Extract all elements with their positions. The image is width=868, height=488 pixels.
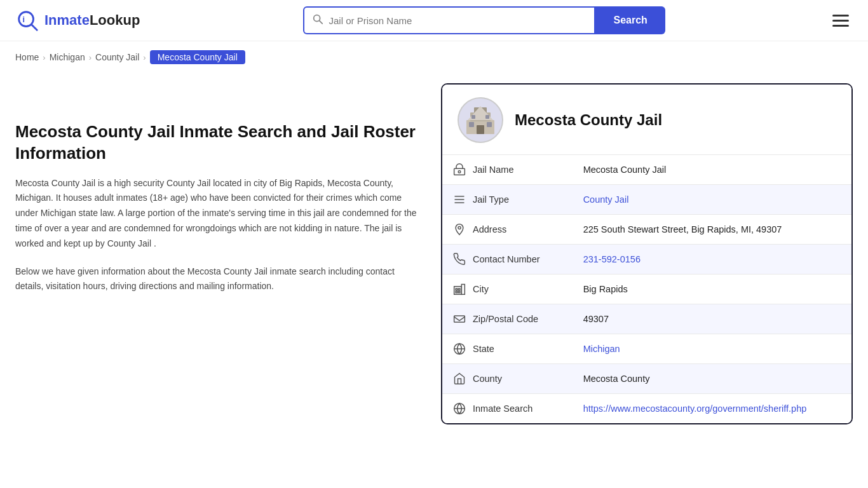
row-label-cell: Address bbox=[442, 215, 557, 244]
jail-card-header: Mecosta County Jail bbox=[442, 85, 851, 154]
logo[interactable]: i InmateLookup bbox=[15, 8, 140, 32]
row-label: Contact Number bbox=[473, 254, 540, 264]
city-icon bbox=[452, 283, 466, 295]
location-icon bbox=[452, 223, 466, 236]
search-icon bbox=[312, 13, 323, 27]
row-value-link[interactable]: Michigan bbox=[583, 344, 620, 354]
jail-card-title: Mecosta County Jail bbox=[515, 111, 662, 129]
row-value-cell: 225 South Stewart Street, Big Rapids, MI… bbox=[573, 215, 851, 245]
svg-line-1 bbox=[32, 25, 37, 30]
row-label-cell: Jail Type bbox=[442, 185, 557, 214]
svg-rect-10 bbox=[469, 122, 474, 127]
table-row: StateMichigan bbox=[442, 334, 851, 364]
svg-rect-26 bbox=[458, 291, 460, 293]
table-row: Jail NameMecosta County Jail bbox=[442, 155, 851, 185]
breadcrumb-sep2: › bbox=[89, 53, 92, 62]
row-label: Jail Type bbox=[473, 194, 509, 205]
row-label: City bbox=[473, 284, 489, 294]
svg-rect-22 bbox=[461, 285, 465, 295]
breadcrumb-home[interactable]: Home bbox=[15, 52, 39, 62]
svg-rect-13 bbox=[485, 115, 489, 119]
table-row: Address225 South Stewart Street, Big Rap… bbox=[442, 215, 851, 245]
svg-point-20 bbox=[458, 226, 461, 229]
svg-text:i: i bbox=[22, 15, 24, 24]
row-value-link[interactable]: County Jail bbox=[583, 194, 629, 205]
logo-text: InmateLookup bbox=[44, 12, 140, 29]
page-title: Mecosta County Jail Inmate Search and Ja… bbox=[15, 121, 422, 165]
table-row: CountyMecosta County bbox=[442, 364, 851, 394]
svg-rect-25 bbox=[456, 291, 458, 293]
svg-rect-15 bbox=[458, 171, 460, 173]
table-row: Zip/Postal Code49307 bbox=[442, 304, 851, 334]
svg-rect-11 bbox=[487, 122, 492, 127]
phone-icon bbox=[452, 253, 466, 266]
breadcrumb-county-jail[interactable]: County Jail bbox=[95, 52, 139, 62]
jail-icon bbox=[452, 163, 466, 176]
main-content: Mecosta County Jail Inmate Search and Ja… bbox=[0, 71, 868, 450]
row-value-cell: Mecosta County bbox=[573, 364, 851, 394]
svg-rect-23 bbox=[456, 288, 458, 290]
logo-icon: i bbox=[15, 8, 39, 32]
hamburger-line3 bbox=[832, 25, 849, 27]
right-column: Mecosta County Jail Jail NameMecosta Cou… bbox=[441, 83, 853, 424]
row-label: County bbox=[473, 374, 502, 384]
row-label: Zip/Postal Code bbox=[473, 314, 538, 324]
row-value-cell: Mecosta County Jail bbox=[573, 155, 851, 185]
globe-icon bbox=[452, 342, 466, 355]
row-label-cell: Inmate Search bbox=[442, 394, 557, 423]
jail-avatar bbox=[458, 97, 503, 143]
globe2-icon bbox=[452, 402, 466, 415]
breadcrumb-michigan[interactable]: Michigan bbox=[50, 52, 85, 62]
page-description-2: Below we have given information about th… bbox=[15, 264, 422, 295]
row-label-cell: Jail Name bbox=[442, 155, 557, 184]
left-column: Mecosta County Jail Inmate Search and Ja… bbox=[15, 83, 422, 424]
breadcrumb-sep3: › bbox=[143, 53, 146, 62]
jail-building-icon bbox=[461, 101, 499, 139]
row-value-link[interactable]: https://www.mecostacounty.org/government… bbox=[583, 403, 807, 414]
search-button[interactable]: Search bbox=[595, 6, 665, 34]
search-area: Search bbox=[303, 6, 665, 34]
hamburger-line2 bbox=[832, 20, 849, 22]
menu-button[interactable] bbox=[829, 11, 853, 30]
jail-info-table: Jail NameMecosta County JailJail TypeCou… bbox=[442, 154, 851, 423]
row-value-cell: Big Rapids bbox=[573, 274, 851, 304]
row-value-link[interactable]: 231-592-0156 bbox=[583, 254, 641, 264]
row-value-cell[interactable]: County Jail bbox=[573, 185, 851, 215]
jail-card: Mecosta County Jail Jail NameMecosta Cou… bbox=[441, 83, 853, 424]
page-description-1: Mecosta County Jail is a high security C… bbox=[15, 176, 422, 252]
svg-rect-24 bbox=[458, 288, 460, 290]
svg-rect-9 bbox=[477, 125, 484, 134]
row-label: Jail Name bbox=[473, 165, 513, 175]
svg-rect-12 bbox=[471, 115, 475, 119]
row-value-cell[interactable]: Michigan bbox=[573, 334, 851, 364]
table-row: Contact Number231-592-0156 bbox=[442, 245, 851, 274]
table-row: Inmate Searchhttps://www.mecostacounty.o… bbox=[442, 394, 851, 424]
search-input[interactable] bbox=[329, 15, 587, 26]
county-icon bbox=[452, 372, 466, 385]
row-label-cell: County bbox=[442, 364, 557, 393]
row-label-cell: State bbox=[442, 334, 557, 363]
svg-line-4 bbox=[320, 21, 323, 24]
row-label-cell: Contact Number bbox=[442, 245, 557, 274]
breadcrumb: Home › Michigan › County Jail › Mecosta … bbox=[0, 41, 868, 71]
row-value-cell[interactable]: https://www.mecostacounty.org/government… bbox=[573, 394, 851, 424]
row-label: Inmate Search bbox=[473, 403, 532, 414]
svg-rect-14 bbox=[454, 168, 465, 175]
search-box bbox=[303, 6, 595, 34]
row-value-cell: 49307 bbox=[573, 304, 851, 334]
list-icon bbox=[452, 193, 466, 206]
row-label-cell: Zip/Postal Code bbox=[442, 304, 557, 334]
row-label: State bbox=[473, 344, 494, 354]
hamburger-line1 bbox=[832, 15, 849, 17]
row-label: Address bbox=[473, 224, 506, 234]
row-label-cell: City bbox=[442, 274, 557, 304]
table-row: Jail TypeCounty Jail bbox=[442, 185, 851, 215]
mail-icon bbox=[452, 313, 466, 325]
breadcrumb-current: Mecosta County Jail bbox=[150, 50, 245, 64]
breadcrumb-sep1: › bbox=[43, 53, 45, 62]
header: i InmateLookup Search bbox=[0, 0, 868, 41]
svg-rect-27 bbox=[454, 316, 465, 322]
table-row: CityBig Rapids bbox=[442, 274, 851, 304]
row-value-cell[interactable]: 231-592-0156 bbox=[573, 245, 851, 274]
